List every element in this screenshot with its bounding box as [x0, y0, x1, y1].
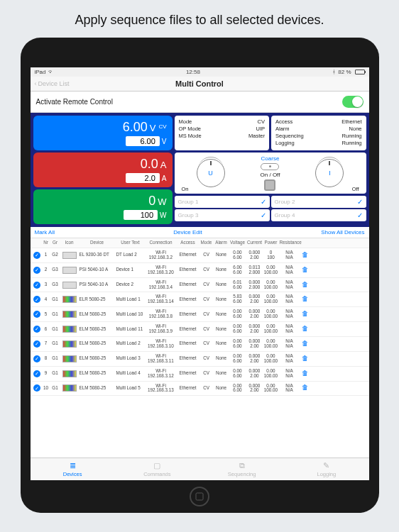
table-row[interactable]: ✓ 4G1 ELR 5080-25 Multi Load 1 Wi-Fi192.… — [31, 292, 369, 307]
bluetooth-icon: ᚼ — [332, 69, 336, 75]
onoff-label: On / Off — [261, 172, 280, 178]
control-panel: 6.00VCV 6.00V 0.0A 2.0A 0W 100W ModeCVOP… — [31, 113, 369, 227]
tab-logging[interactable]: ✎Logging — [284, 461, 368, 477]
commands-icon: ▢ — [153, 461, 160, 470]
group-grid: Group 1✓Group 2✓Group 3✓Group 4✓ — [175, 196, 366, 221]
current-dial[interactable]: I — [315, 159, 344, 187]
devices-icon: ≣ — [70, 461, 76, 470]
device-icon — [62, 311, 77, 318]
row-checkbox[interactable]: ✓ — [33, 252, 40, 259]
power-set-input[interactable]: 100 — [124, 210, 158, 220]
trash-icon[interactable]: 🗑 — [300, 384, 310, 392]
table-row[interactable]: ✓ 8G1 ELM 5080-25 Multi Load 3 Wi-Fi192.… — [31, 352, 369, 367]
table-row[interactable]: ✓ 5G1 ELM 5080-25 Multi Load 10 Wi-Fi192… — [31, 307, 369, 322]
voltage-dial[interactable]: U — [197, 159, 225, 187]
row-checkbox[interactable]: ✓ — [33, 282, 40, 289]
group-cell-2[interactable]: Group 2✓ — [271, 196, 366, 208]
off-label: Off — [352, 186, 359, 192]
show-all-button[interactable]: Show All Devices — [321, 229, 364, 235]
group-cell-4[interactable]: Group 4✓ — [271, 209, 366, 221]
tab-devices[interactable]: ≣Devices — [31, 461, 115, 477]
device-icon — [62, 355, 77, 362]
tab-commands[interactable]: ▢Commands — [115, 461, 200, 477]
table-row[interactable]: ✓ 7G1 ELM 5080-25 Multi Load 2 Wi-Fi192.… — [31, 337, 369, 352]
table-row[interactable]: ✓ 3G3 PSI 5040-10 A Device 2 Wi-Fi192.16… — [31, 278, 369, 293]
back-button[interactable]: ‹ Device List — [35, 80, 70, 87]
trash-icon[interactable]: 🗑 — [300, 340, 310, 348]
row-checkbox[interactable]: ✓ — [33, 370, 40, 377]
voltage-value: 6.00 — [123, 120, 148, 134]
row-checkbox[interactable]: ✓ — [33, 384, 40, 392]
trash-icon[interactable]: 🗑 — [300, 355, 310, 362]
dial-mode-label: Coarse — [261, 155, 280, 162]
row-checkbox[interactable]: ✓ — [33, 311, 40, 318]
trash-icon[interactable]: 🗑 — [300, 267, 310, 274]
current-value: 0.0 — [141, 157, 158, 171]
coarse-fine-switch[interactable] — [261, 163, 279, 170]
mode-info-box: ModeCVOP ModeUIPMS ModeMaster — [175, 116, 270, 150]
mark-all-button[interactable]: Mark All — [35, 229, 55, 235]
table-row[interactable]: ✓ 9G1 ELM 5080-25 Multi Load 4 Wi-Fi192.… — [31, 367, 369, 382]
device-icon — [62, 282, 77, 289]
clock: 12:58 — [186, 69, 200, 75]
device-icon — [62, 370, 77, 377]
remote-control-row: Activate Remote Control — [31, 92, 369, 113]
trash-icon[interactable]: 🗑 — [300, 252, 310, 259]
trash-icon[interactable]: 🗑 — [300, 326, 310, 333]
table-header: NrGrIconDeviceUser TextConnectionAccessM… — [31, 238, 369, 248]
trash-icon[interactable]: 🗑 — [300, 370, 310, 377]
device-icon — [62, 252, 77, 259]
remote-control-toggle[interactable] — [342, 96, 364, 108]
status-info-box: AccessEthernetAlarmNoneSequencingRunning… — [271, 116, 366, 150]
wifi-icon: ᯤ — [48, 69, 54, 75]
remote-control-label: Activate Remote Control — [36, 98, 113, 106]
row-checkbox[interactable]: ✓ — [33, 326, 40, 333]
dial-box: U Coarse On / Off I On Off — [175, 153, 366, 194]
device-icon — [62, 384, 77, 392]
device-icon — [62, 296, 77, 303]
tab-sequencing[interactable]: ⧉Sequencing — [200, 461, 284, 477]
row-checkbox[interactable]: ✓ — [33, 340, 40, 348]
voltage-readout: 6.00VCV 6.00V — [33, 116, 173, 150]
page-title: Multi Control — [175, 79, 224, 88]
row-checkbox[interactable]: ✓ — [33, 296, 40, 303]
battery-icon — [355, 70, 365, 74]
promo-caption: Apply sequence files to all selected dev… — [0, 0, 399, 38]
battery-pct: 82 % — [338, 69, 351, 75]
table-row[interactable]: ✓ 1G2 EL 9200-36 DT DT Load 2 Wi-Fi192.1… — [31, 248, 369, 263]
current-readout: 0.0A 2.0A — [33, 153, 173, 187]
voltage-set-input[interactable]: 6.00 — [126, 136, 160, 146]
row-checkbox[interactable]: ✓ — [33, 355, 40, 362]
device-icon — [62, 340, 77, 348]
device-icon — [62, 326, 77, 333]
nav-bar: ‹ Device List Multi Control — [31, 77, 369, 92]
group-cell-3[interactable]: Group 3✓ — [175, 209, 270, 221]
app-screen: iPad ᯤ 12:58 ᚼ 82 % ‹ Device List Multi … — [31, 67, 369, 480]
device-icon — [62, 267, 77, 274]
trash-icon[interactable]: 🗑 — [300, 296, 310, 303]
power-readout: 0W 100W — [33, 189, 173, 224]
logging-icon: ✎ — [323, 461, 329, 470]
group-cell-1[interactable]: Group 1✓ — [175, 196, 270, 208]
home-button[interactable] — [190, 487, 209, 506]
ipad-frame: iPad ᯤ 12:58 ᚼ 82 % ‹ Device List Multi … — [21, 38, 379, 513]
table-controls: Mark All Device Edit Show All Devices — [31, 227, 369, 238]
power-value: 0 — [148, 194, 155, 208]
status-bar: iPad ᯤ 12:58 ᚼ 82 % — [31, 67, 369, 77]
table-row[interactable]: ✓ 2G3 PSI 5040-10 A Device 1 Wi-Fi192.16… — [31, 263, 369, 278]
current-set-input[interactable]: 2.0 — [126, 173, 160, 183]
sequencing-icon: ⧉ — [239, 461, 245, 470]
on-label: On — [182, 186, 189, 192]
trash-icon[interactable]: 🗑 — [300, 282, 310, 289]
row-checkbox[interactable]: ✓ — [33, 267, 40, 274]
carrier-label: iPad — [35, 69, 46, 75]
table-row[interactable]: ✓ 6G1 ELM 5080-25 Multi Load 11 Wi-Fi192… — [31, 322, 369, 337]
tab-bar: ≣Devices▢Commands⧉Sequencing✎Logging — [31, 458, 369, 480]
chevron-left-icon: ‹ — [35, 80, 37, 87]
device-table: NrGrIconDeviceUser TextConnectionAccessM… — [31, 238, 369, 458]
trash-icon[interactable]: 🗑 — [300, 311, 310, 318]
table-row[interactable]: ✓ 10G1 ELM 5080-25 Multi Load 5 Wi-Fi192… — [31, 382, 369, 397]
back-label: Device List — [38, 80, 70, 87]
device-edit-button[interactable]: Device Edit — [173, 229, 202, 235]
